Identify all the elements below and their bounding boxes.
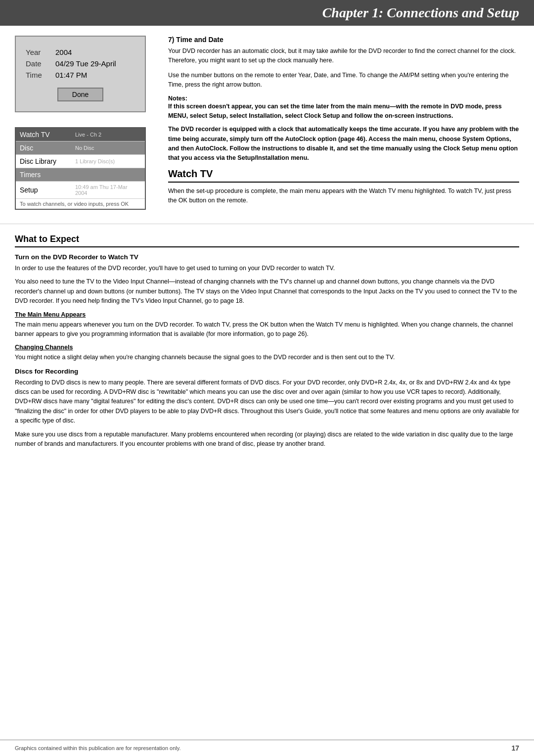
clock-label: Date: [26, 58, 55, 69]
page-footer: Graphics contained within this publicati…: [0, 740, 534, 756]
chapter-header: Chapter 1: Connections and Setup: [0, 0, 534, 26]
clock-row: Time01:47 PM: [26, 69, 135, 81]
page-number: 17: [511, 744, 519, 752]
main-menu-para: The main menu appears whenever you turn …: [15, 320, 519, 339]
clock-value: 04/29 Tue 29-April: [55, 58, 135, 69]
menu-item[interactable]: Disc Library1 Library Disc(s): [16, 155, 145, 168]
what-to-expect-heading: What to Expect: [15, 234, 519, 247]
menu-item-label: Setup: [20, 186, 69, 194]
note2: The DVD recorder is equipped with a cloc…: [168, 125, 519, 163]
menu-item[interactable]: DiscNo Disc: [16, 142, 145, 155]
menu-item-label: Disc Library: [20, 157, 69, 165]
menu-item-label: Watch TV: [20, 131, 69, 139]
clock-row: Year2004: [26, 47, 135, 58]
menu-item[interactable]: Timers: [16, 168, 145, 182]
menu-item-value: No Disc: [75, 145, 94, 151]
clock-setup-box: Year2004Date04/29 Tue 29-AprilTime01:47 …: [15, 36, 146, 112]
done-button[interactable]: Done: [57, 88, 103, 101]
clock-label: Time: [26, 69, 55, 81]
menu-bottom-note: To watch channels, or video inputs, pres…: [16, 198, 145, 209]
turn-on-para1: In order to use the features of the DVD …: [15, 264, 519, 273]
discs-heading: Discs for Recording: [15, 368, 519, 375]
main-menu-heading: The Main Menu Appears: [15, 311, 519, 318]
watch-tv-section: Watch TV When the set-up procedure is co…: [168, 168, 519, 206]
main-menu-box: Watch TVLive - Ch 2DiscNo DiscDisc Libra…: [15, 127, 146, 210]
clock-table: Year2004Date04/29 Tue 29-AprilTime01:47 …: [26, 47, 135, 81]
menu-item-label: Disc: [20, 144, 69, 152]
time-date-para1: Your DVD recorder has an automatic clock…: [168, 47, 519, 66]
menu-item-value: 10:49 am Thu 17-Mar 2004: [75, 184, 141, 196]
discs-para1: Recording to DVD discs is new to many pe…: [15, 378, 519, 426]
clock-value: 01:47 PM: [55, 69, 135, 81]
lower-content: What to Expect Turn on the DVD Recorder …: [0, 224, 534, 449]
right-column: 7) Time and Date Your DVD recorder has a…: [158, 36, 534, 214]
footer-note: Graphics contained within this publicati…: [15, 745, 180, 751]
clock-label: Year: [26, 47, 55, 58]
clock-row: Date04/29 Tue 29-April: [26, 58, 135, 69]
turn-on-para2: You also need to tune the TV to the Vide…: [15, 277, 519, 306]
watch-tv-para: When the set-up procedure is complete, t…: [168, 187, 519, 206]
clock-value: 2004: [55, 47, 135, 58]
section-number: 7) Time and Date: [168, 36, 519, 44]
menu-item-value: 1 Library Disc(s): [75, 158, 115, 164]
turn-on-heading: Turn on the DVD Recorder to Watch TV: [15, 253, 519, 261]
changing-channels-heading: Changing Channels: [15, 344, 519, 351]
discs-para2: Make sure you use discs from a reputable…: [15, 430, 519, 449]
changing-channels-para: You might notice a slight delay when you…: [15, 353, 519, 362]
menu-item[interactable]: Setup10:49 am Thu 17-Mar 2004: [16, 182, 145, 198]
menu-item-label: Timers: [20, 171, 69, 179]
time-date-para2: Use the number buttons on the remote to …: [168, 71, 519, 90]
watch-tv-heading: Watch TV: [168, 168, 519, 183]
notes-label: Notes:: [168, 95, 519, 102]
menu-item-value: Live - Ch 2: [75, 132, 101, 138]
note1: If this screen doesn't appear, you can s…: [168, 102, 519, 121]
menu-item[interactable]: Watch TVLive - Ch 2: [16, 128, 145, 142]
time-date-section: 7) Time and Date Your DVD recorder has a…: [168, 36, 519, 163]
left-column: Year2004Date04/29 Tue 29-AprilTime01:47 …: [0, 36, 158, 214]
